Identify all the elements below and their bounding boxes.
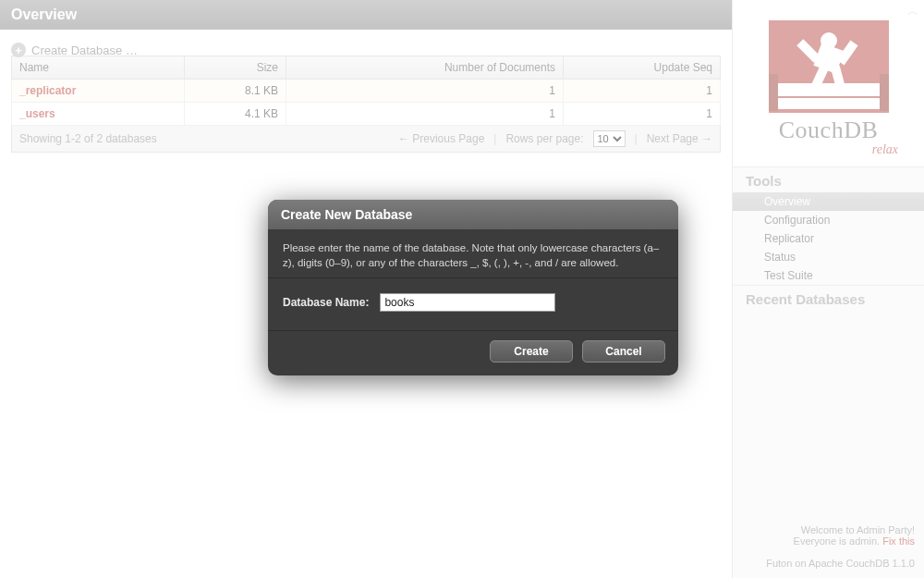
dialog-title: Create New Database	[268, 200, 678, 229]
create-database-dialog: Create New Database Please enter the nam…	[268, 200, 678, 375]
dialog-instructions: Please enter the name of the database. N…	[268, 229, 678, 278]
database-name-input[interactable]	[380, 293, 555, 312]
create-button[interactable]: Create	[490, 340, 573, 363]
cancel-button[interactable]: Cancel	[582, 340, 665, 363]
database-name-label: Database Name:	[283, 296, 369, 309]
